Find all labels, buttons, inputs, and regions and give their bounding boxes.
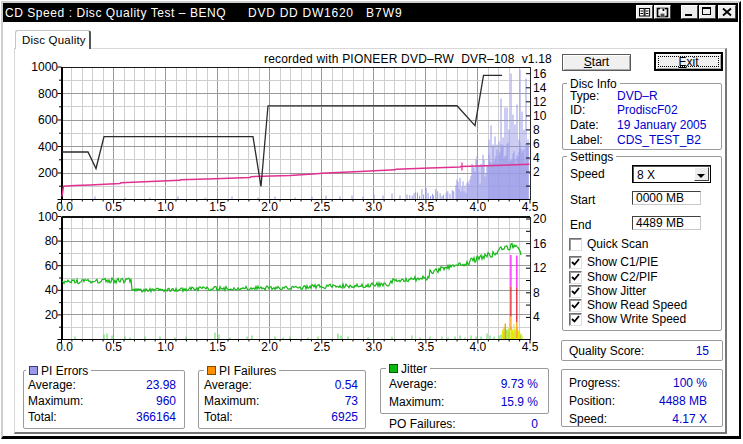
svg-text:60: 60 [45,259,59,273]
svg-text:16: 16 [533,67,547,81]
svg-text:4: 4 [533,310,540,324]
svg-text:3.5: 3.5 [418,200,435,214]
svg-text:1.5: 1.5 [209,340,226,354]
svg-text:16: 16 [533,237,547,251]
svg-text:80: 80 [45,234,59,248]
svg-text:12: 12 [533,261,547,275]
svg-text:1.5: 1.5 [209,200,226,214]
svg-text:20: 20 [533,212,547,226]
svg-text:1.0: 1.0 [157,200,174,214]
svg-text:4.0: 4.0 [470,200,487,214]
svg-text:100: 100 [38,210,58,224]
svg-text:0.5: 0.5 [105,200,122,214]
svg-text:8: 8 [533,123,540,137]
svg-text:0.5: 0.5 [105,340,122,354]
svg-text:400: 400 [38,140,58,154]
svg-text:20: 20 [45,308,59,322]
svg-text:14: 14 [533,81,547,95]
svg-text:1000: 1000 [31,60,58,74]
svg-text:4.0: 4.0 [470,340,487,354]
svg-text:200: 200 [38,166,58,180]
svg-text:2: 2 [533,165,540,179]
svg-text:4: 4 [533,151,540,165]
svg-text:2.0: 2.0 [261,200,278,214]
svg-text:8: 8 [533,286,540,300]
svg-text:2.5: 2.5 [313,200,330,214]
svg-text:600: 600 [38,113,58,127]
svg-text:1.0: 1.0 [157,340,174,354]
svg-text:6: 6 [533,137,540,151]
svg-text:3.0: 3.0 [365,200,382,214]
svg-text:3.5: 3.5 [418,340,435,354]
svg-text:2.5: 2.5 [313,340,330,354]
svg-text:0.0: 0.0 [56,340,73,354]
svg-text:800: 800 [38,87,58,101]
svg-text:12: 12 [533,95,547,109]
svg-text:0.0: 0.0 [56,200,73,214]
svg-text:3.0: 3.0 [365,340,382,354]
svg-text:10: 10 [533,109,547,123]
svg-text:4.5: 4.5 [522,340,539,354]
svg-text:2.0: 2.0 [261,340,278,354]
svg-text:40: 40 [45,283,59,297]
